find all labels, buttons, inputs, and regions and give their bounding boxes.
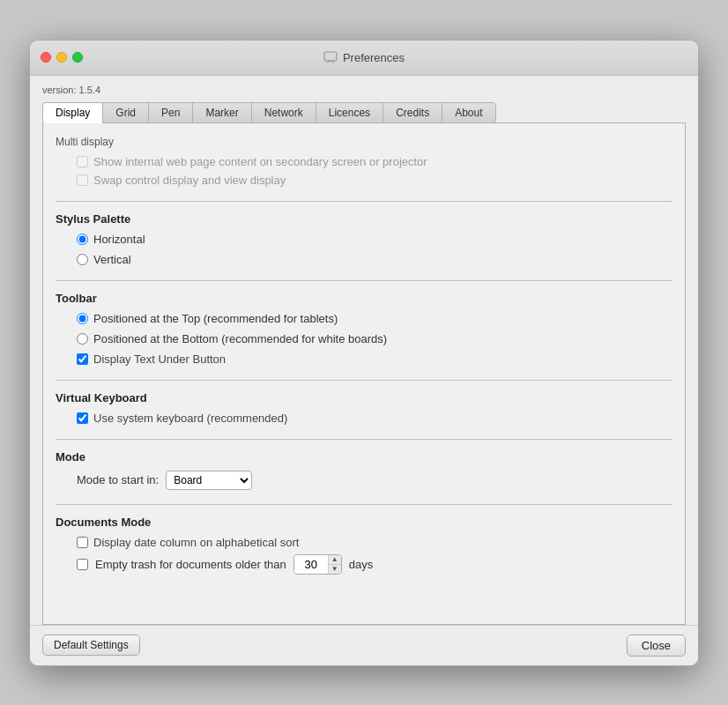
mode-select-row: Mode to start in: Board Document Present… — [77, 471, 672, 490]
section-documents-mode: Documents Mode Display date column on al… — [56, 516, 672, 575]
stylus-palette-title: Stylus Palette — [56, 212, 672, 226]
section-multi-display: Multi display Show internal web page con… — [56, 136, 672, 187]
maximize-button[interactable] — [72, 52, 83, 63]
multi-display-label-2: Swap control display and view display — [93, 174, 286, 187]
stylus-radio-horizontal[interactable] — [77, 234, 88, 245]
divider-5 — [56, 504, 672, 505]
display-text-option: Display Text Under Button — [77, 352, 672, 366]
section-toolbar: Toolbar Positioned at the Top (recommend… — [56, 292, 672, 366]
mode-title: Mode — [56, 450, 672, 464]
documents-mode-options: Display date column on alphabetical sort… — [56, 536, 672, 575]
documents-mode-title: Documents Mode — [56, 516, 672, 529]
toolbar-radio-top[interactable] — [77, 313, 88, 324]
trash-value-input[interactable] — [294, 556, 328, 573]
virtual-keyboard-title: Virtual Keyboard — [56, 391, 672, 404]
tab-display[interactable]: Display — [42, 102, 103, 123]
multi-display-checkbox-2[interactable] — [77, 174, 88, 186]
system-keyboard-checkbox[interactable] — [77, 412, 88, 424]
divider-3 — [56, 380, 672, 381]
section-virtual-keyboard: Virtual Keyboard Use system keyboard (re… — [56, 391, 672, 425]
trash-row: Empty trash for documents older than ▲ ▼… — [77, 554, 672, 575]
date-column-option: Display date column on alphabetical sort — [77, 536, 672, 549]
tab-bar: Display Grid Pen Marker Network Licences… — [42, 102, 686, 123]
content-area: Multi display Show internal web page con… — [42, 122, 686, 625]
mode-select-label: Mode to start in: — [77, 473, 159, 486]
toolbar-label-bottom: Positioned at the Bottom (recommended fo… — [93, 332, 387, 345]
toolbar-options: Positioned at the Top (recommended for t… — [56, 312, 672, 366]
tab-pen[interactable]: Pen — [148, 102, 193, 123]
toolbar-top: Positioned at the Top (recommended for t… — [77, 312, 672, 325]
toolbar-bottom: Positioned at the Bottom (recommended fo… — [77, 332, 672, 345]
multi-display-checkbox-1[interactable] — [77, 156, 88, 167]
divider-4 — [56, 439, 672, 440]
date-column-checkbox[interactable] — [77, 537, 88, 548]
close-button[interactable] — [41, 52, 51, 63]
divider-1 — [56, 201, 672, 202]
preferences-window: Preferences version: 1.5.4 Display Grid … — [29, 40, 699, 666]
close-button[interactable]: Close — [627, 634, 686, 657]
section-mode: Mode Mode to start in: Board Document Pr… — [56, 450, 672, 490]
trash-spinbox: ▲ ▼ — [293, 554, 342, 575]
tab-marker[interactable]: Marker — [192, 102, 251, 123]
spinbox-arrows: ▲ ▼ — [328, 555, 341, 574]
chat-icon — [323, 50, 338, 64]
traffic-lights — [41, 52, 83, 63]
trash-label: Empty trash for documents older than — [95, 558, 286, 571]
tab-about[interactable]: About — [442, 102, 495, 123]
date-column-label: Display date column on alphabetical sort — [93, 536, 299, 549]
tab-credits[interactable]: Credits — [383, 102, 442, 123]
tab-network[interactable]: Network — [251, 102, 316, 123]
toolbar-title: Toolbar — [56, 292, 672, 305]
toolbar-checkbox-row: Display Text Under Button — [77, 352, 672, 366]
section-stylus-palette: Stylus Palette Horizontal Vertical — [56, 212, 672, 266]
system-keyboard-label: Use system keyboard (recommended) — [93, 412, 287, 425]
stylus-palette-options: Horizontal Vertical — [56, 233, 672, 266]
system-keyboard-option: Use system keyboard (recommended) — [77, 412, 672, 425]
minimize-button[interactable] — [56, 52, 67, 63]
display-text-checkbox[interactable] — [77, 353, 88, 365]
spinbox-down[interactable]: ▼ — [329, 565, 341, 574]
multi-display-option-2: Swap control display and view display — [77, 174, 672, 187]
multi-display-options: Show internal web page content on second… — [56, 155, 672, 187]
spinbox-up[interactable]: ▲ — [329, 555, 341, 565]
multi-display-option-1: Show internal web page content on second… — [77, 155, 672, 168]
trash-checkbox[interactable] — [77, 559, 88, 570]
stylus-label-horizontal: Horizontal — [93, 233, 145, 246]
footer: Default Settings Close — [30, 625, 698, 665]
svg-rect-0 — [324, 52, 337, 61]
tab-licences[interactable]: Licences — [316, 102, 383, 123]
window-body: version: 1.5.4 Display Grid Pen Marker N… — [30, 76, 698, 625]
stylus-radio-vertical[interactable] — [77, 254, 88, 265]
multi-display-label: Multi display — [56, 136, 672, 148]
mode-options: Mode to start in: Board Document Present… — [56, 471, 672, 490]
divider-2 — [56, 280, 672, 281]
multi-display-label-1: Show internal web page content on second… — [93, 155, 427, 168]
display-text-label: Display Text Under Button — [93, 352, 226, 366]
toolbar-label-top: Positioned at the Top (recommended for t… — [93, 312, 338, 325]
tab-grid[interactable]: Grid — [102, 102, 149, 123]
stylus-vertical: Vertical — [77, 253, 672, 266]
virtual-keyboard-options: Use system keyboard (recommended) — [56, 412, 672, 425]
stylus-label-vertical: Vertical — [93, 253, 131, 266]
stylus-horizontal: Horizontal — [77, 233, 672, 246]
default-settings-button[interactable]: Default Settings — [42, 634, 140, 656]
titlebar: Preferences — [30, 41, 698, 76]
trash-unit: days — [349, 558, 373, 571]
toolbar-radio-bottom[interactable] — [77, 333, 88, 345]
mode-select[interactable]: Board Document Presentation — [166, 471, 252, 490]
titlebar-title: Preferences — [323, 50, 405, 64]
version-label: version: 1.5.4 — [42, 85, 686, 95]
